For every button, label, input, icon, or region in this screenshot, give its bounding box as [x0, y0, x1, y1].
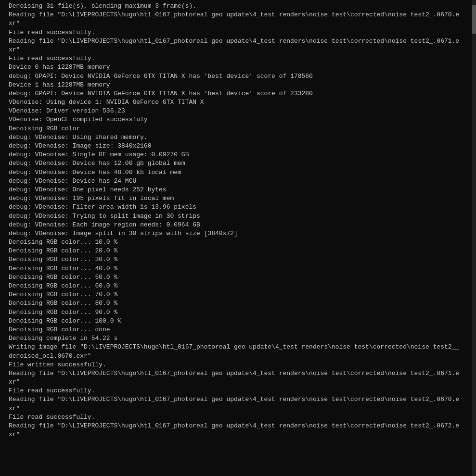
terminal-line: debug: VDenoise: Single RE mem usage: 0.…: [9, 150, 474, 159]
terminal-line: File read successfully.: [9, 387, 474, 395]
terminal-line: VDenoise: Driver version 536.23: [9, 107, 474, 115]
terminal-line: debug: VDenoise: Image size: 3840x2160: [9, 142, 474, 150]
terminal-line: debug: VDenoise: Device has 48.00 kb loc…: [9, 168, 474, 177]
terminal-line: xr": [9, 430, 474, 439]
terminal-line: xr": [9, 404, 474, 413]
terminal-line: Denoising RGB color... 100.0 %: [9, 317, 474, 326]
terminal-line: File read successfully.: [9, 413, 474, 422]
terminal-output: Denoising 31 file(s), blending maximum 3…: [9, 2, 474, 439]
terminal-line: Denoising RGB color... 10.0 %: [9, 238, 474, 247]
terminal-line: Denoising complete in 54.22 s: [9, 334, 474, 343]
terminal-window: Denoising 31 file(s), blending maximum 3…: [0, 0, 476, 476]
terminal-line: VDenoise: OpenCL compiled successfuly: [9, 115, 474, 124]
scrollbar[interactable]: [472, 0, 476, 476]
terminal-line: Reading file "D:\LIVEPROJECTS\hugo\htl_0…: [9, 369, 474, 378]
terminal-line: Denoising RGB color... 40.0 %: [9, 264, 474, 273]
terminal-line: Denoising RGB color... 80.0 %: [9, 299, 474, 308]
terminal-line: Denoising 31 file(s), blending maximum 3…: [9, 2, 474, 11]
terminal-line: File written successfully.: [9, 361, 474, 369]
terminal-line: Denoising RGB color... 60.0 %: [9, 282, 474, 290]
terminal-line: Device 0 has 12287MB memory: [9, 63, 474, 72]
terminal-line: xr": [9, 378, 474, 387]
terminal-line: debug: VDenoise: Device has 24 MCU: [9, 177, 474, 186]
terminal-line: debug: VDenoise: Image split in 30 strip…: [9, 229, 474, 238]
terminal-line: debug: GPAPI: Device NVIDIA GeForce GTX …: [9, 89, 474, 98]
terminal-line: Reading file "D:\LIVEPROJECTS\hugo\htl_0…: [9, 37, 474, 46]
terminal-line: debug: VDenoise: 195 pixels fit in local…: [9, 194, 474, 203]
scrollbar-thumb[interactable]: [472, 5, 476, 34]
terminal-line: Denoising RGB color... done: [9, 326, 474, 334]
terminal-line: debug: GPAPI: Device NVIDIA GeForce GTX …: [9, 72, 474, 81]
terminal-line: Denoising RGB color: [9, 125, 474, 133]
terminal-line: Denoising RGB color... 20.0 %: [9, 247, 474, 255]
terminal-line: xr": [9, 19, 474, 28]
terminal-line: Denoising RGB color... 70.0 %: [9, 290, 474, 299]
terminal-line: Reading file "D:\LIVEPROJECTS\hugo\htl_0…: [9, 395, 474, 404]
terminal-line: Reading file "D:\LIVEPROJECTS\hugo\htl_0…: [9, 11, 474, 19]
terminal-line: Denoising RGB color... 30.0 %: [9, 255, 474, 264]
terminal-line: debug: VDenoise: Each image region needs…: [9, 221, 474, 229]
terminal-line: debug: VDenoise: Device has 12.00 gb glo…: [9, 159, 474, 168]
terminal-line: denoised_ocl.0670.exr": [9, 352, 474, 361]
terminal-line: Reading file "D:\LIVEPROJECTS\hugo\htl_0…: [9, 422, 474, 430]
terminal-line: debug: VDenoise: Trying to split image i…: [9, 212, 474, 221]
terminal-line: File read successfully.: [9, 54, 474, 63]
terminal-line: Device 1 has 12287MB memory: [9, 81, 474, 89]
terminal-line: Denoising RGB color... 50.0 %: [9, 273, 474, 282]
terminal-line: Denoising RGB color... 90.0 %: [9, 308, 474, 317]
terminal-line: debug: VDenoise: Using shared memory.: [9, 133, 474, 142]
terminal-line: debug: VDenoise: Filter area width is 13…: [9, 203, 474, 212]
terminal-line: Writing image file "D:\LIVEPROJECTS\hugo…: [9, 343, 474, 351]
terminal-line: File read successfully.: [9, 28, 474, 37]
terminal-line: VDenoise: Using device 1: NVIDIA GeForce…: [9, 98, 474, 107]
terminal-line: xr": [9, 46, 474, 54]
terminal-line: debug: VDenoise: One pixel needs 252 byt…: [9, 186, 474, 194]
